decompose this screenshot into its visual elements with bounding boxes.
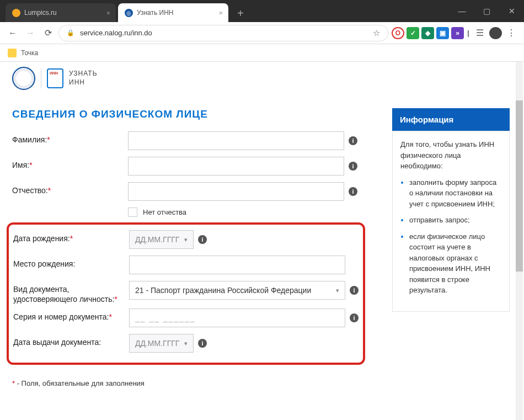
favicon-icon: ◎ bbox=[125, 9, 133, 17]
info-icon[interactable]: i bbox=[349, 162, 357, 171]
toolbar: ← → ⟳ 🔒 service.nalog.ru/inn.do ☆ O ✓ ◆ … bbox=[0, 22, 524, 44]
lock-icon: 🔒 bbox=[67, 29, 74, 36]
profile-avatar[interactable] bbox=[489, 27, 502, 39]
reading-list-icon[interactable]: ☰ bbox=[473, 26, 487, 40]
browser-tab[interactable]: ◎ Узнать ИНН × bbox=[118, 3, 228, 22]
surname-input[interactable] bbox=[128, 131, 344, 150]
dob-input[interactable]: ДД.ММ.ГГГГ ▾ bbox=[129, 230, 194, 249]
label-pob: Место рождения: bbox=[13, 256, 129, 269]
doctype-select[interactable]: 21 - Паспорт гражданина Российской Федер… bbox=[129, 281, 345, 300]
new-tab-button[interactable]: + bbox=[231, 5, 250, 22]
input-mask: __ __ ______ bbox=[135, 313, 196, 322]
separator bbox=[41, 68, 41, 88]
checkbox-label: Нет отчества bbox=[143, 208, 186, 216]
page-viewport: УЗНАТЬ ИНН Сведения о физическом лице Фа… bbox=[0, 62, 524, 420]
info-icon[interactable]: i bbox=[198, 235, 207, 244]
tab-title: Lumpics.ru bbox=[24, 9, 57, 17]
brand-text: УЗНАТЬ ИНН bbox=[69, 70, 98, 87]
extension-icon[interactable]: ◆ bbox=[421, 27, 434, 39]
reload-button[interactable]: ⟳ bbox=[41, 26, 55, 40]
label-docdate: Дата выдачи документа: bbox=[13, 334, 129, 348]
extension-icon[interactable]: » bbox=[451, 27, 464, 39]
docnum-input[interactable]: __ __ ______ bbox=[129, 309, 345, 327]
info-icon[interactable]: i bbox=[350, 286, 359, 295]
extension-icon[interactable]: ▣ bbox=[436, 27, 449, 39]
emblem-icon bbox=[12, 67, 35, 90]
extension-icon[interactable]: O bbox=[392, 27, 404, 39]
form-section: Сведения о физическом лице Фамилия:* i И… bbox=[12, 108, 379, 387]
placeholder: ДД.ММ.ГГГГ bbox=[135, 339, 179, 348]
chevron-down-icon: ▾ bbox=[336, 287, 339, 294]
browser-chrome: Lumpics.ru × ◎ Узнать ИНН × + — ▢ ✕ ← → … bbox=[0, 0, 524, 62]
minimize-button[interactable]: — bbox=[450, 0, 474, 22]
no-patronymic-checkbox[interactable]: Нет отчества bbox=[128, 208, 379, 217]
separator: | bbox=[466, 27, 470, 39]
brand-line: ИНН bbox=[69, 78, 98, 87]
favicon-icon bbox=[12, 9, 20, 17]
label-surname: Фамилия:* bbox=[12, 131, 128, 145]
patronymic-input[interactable] bbox=[128, 182, 344, 201]
back-button[interactable]: ← bbox=[6, 26, 20, 40]
forward-button[interactable]: → bbox=[23, 26, 38, 40]
info-icon[interactable]: i bbox=[198, 339, 207, 348]
vertical-scrollbar[interactable] bbox=[516, 62, 523, 420]
bookmarks-bar: Точка bbox=[0, 44, 524, 62]
label-name: Имя:* bbox=[12, 157, 128, 171]
extension-icon[interactable]: ✓ bbox=[407, 27, 419, 39]
info-panel-body: Для того, чтобы узнать ИНН физического л… bbox=[392, 131, 510, 312]
info-icon[interactable]: i bbox=[350, 313, 359, 322]
info-item: отправить запрос; bbox=[409, 215, 501, 226]
label-docnum: Серия и номер документа:* bbox=[13, 309, 129, 322]
chevron-down-icon: ▾ bbox=[184, 236, 188, 243]
label-patronymic: Отчество:* bbox=[12, 182, 128, 196]
info-panel: Информация Для того, чтобы узнать ИНН фи… bbox=[392, 108, 510, 387]
browser-tab[interactable]: Lumpics.ru × bbox=[6, 3, 116, 22]
maximize-button[interactable]: ▢ bbox=[474, 0, 499, 22]
extensions: O ✓ ◆ ▣ » | ☰ ⋮ bbox=[392, 26, 518, 40]
info-panel-title: Информация bbox=[392, 108, 510, 131]
page-title: Сведения о физическом лице bbox=[12, 108, 379, 120]
bookmark-item[interactable]: Точка bbox=[21, 49, 38, 57]
info-item: заполнить форму запроса о наличии постан… bbox=[409, 177, 501, 210]
highlighted-block: Дата рождения:* ДД.ММ.ГГГГ ▾ i Место рож… bbox=[7, 222, 365, 365]
chevron-down-icon: ▾ bbox=[184, 340, 188, 347]
close-icon[interactable]: × bbox=[106, 9, 110, 17]
checkbox-icon[interactable] bbox=[128, 208, 137, 217]
tab-title: Узнать ИНН bbox=[137, 9, 174, 17]
window-controls: — ▢ ✕ bbox=[450, 0, 524, 22]
address-bar[interactable]: 🔒 service.nalog.ru/inn.do ☆ bbox=[58, 25, 388, 41]
info-item: если физическое лицо состоит на учете в … bbox=[409, 231, 501, 296]
name-input[interactable] bbox=[128, 157, 344, 176]
info-icon[interactable]: i bbox=[349, 136, 357, 145]
required-footnote: * - Поля, обязательные для заполнения bbox=[12, 379, 379, 387]
info-icon[interactable]: i bbox=[349, 187, 357, 196]
url-text: service.nalog.ru/inn.do bbox=[80, 29, 152, 37]
pob-input[interactable] bbox=[129, 256, 345, 274]
page-content: УЗНАТЬ ИНН Сведения о физическом лице Фа… bbox=[0, 62, 524, 387]
tab-strip: Lumpics.ru × ◎ Узнать ИНН × + — ▢ ✕ bbox=[0, 0, 524, 22]
site-brand: УЗНАТЬ ИНН bbox=[12, 62, 510, 95]
docdate-input[interactable]: ДД.ММ.ГГГГ ▾ bbox=[129, 334, 194, 353]
close-icon[interactable]: × bbox=[218, 9, 223, 17]
scrollbar-thumb[interactable] bbox=[516, 100, 523, 272]
bookmark-folder-icon bbox=[8, 49, 17, 57]
close-button[interactable]: ✕ bbox=[499, 0, 524, 22]
placeholder: ДД.ММ.ГГГГ bbox=[135, 235, 179, 244]
bookmark-star-icon[interactable]: ☆ bbox=[373, 28, 380, 38]
select-value: 21 - Паспорт гражданина Российской Федер… bbox=[135, 286, 311, 295]
menu-button[interactable]: ⋮ bbox=[504, 26, 518, 40]
label-dob: Дата рождения:* bbox=[13, 230, 129, 244]
doc-icon bbox=[47, 68, 63, 88]
brand-line: УЗНАТЬ bbox=[69, 70, 98, 78]
info-panel-lead: Для того, чтобы узнать ИНН физического л… bbox=[400, 139, 501, 172]
label-doctype: Вид документа, удостоверяющего личность:… bbox=[13, 281, 129, 304]
